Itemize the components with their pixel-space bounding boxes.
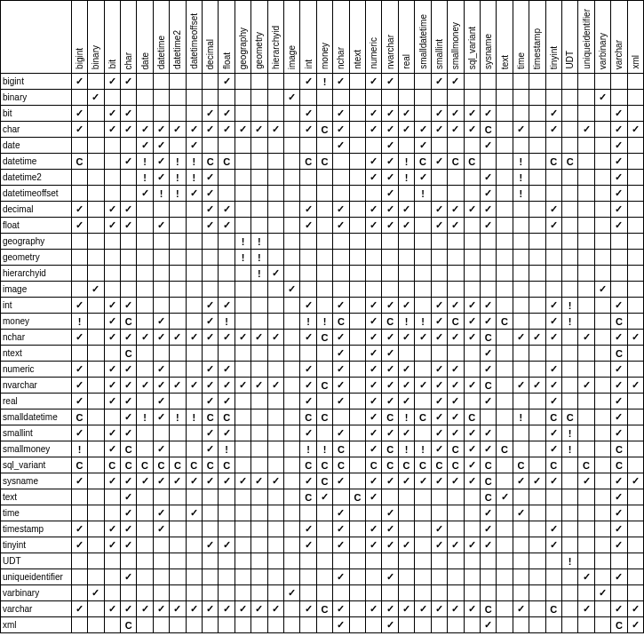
cell-money-bit: ✓ [104, 314, 120, 330]
cell-geography-date [137, 234, 153, 250]
cell-date-smallint [431, 138, 447, 154]
cell-decimal-money [316, 202, 332, 218]
cell-image-bit [104, 282, 120, 298]
cell-sysname-sysname: C [480, 473, 496, 489]
cell-xml-binary [88, 617, 104, 633]
cell-bigint-binary [88, 74, 104, 90]
cell-datetime-varchar: ✓ [611, 154, 627, 170]
cell-hierarchyid-decimal [203, 266, 219, 282]
cell-decimal-int: ✓ [300, 202, 316, 218]
cell-int-float: ✓ [219, 298, 235, 314]
cell-float-nchar: ✓ [333, 218, 349, 234]
col-header-decimal: decimal [203, 1, 219, 74]
cell-smallint-datetime [153, 425, 169, 441]
cell-float-sql_variant [464, 218, 480, 234]
cell-datetime-smallmoney: C [448, 154, 464, 170]
cell-smallint-varchar: ✓ [611, 425, 627, 441]
cell-nchar-int: ✓ [300, 330, 316, 346]
cell-int-geometry [251, 298, 267, 314]
cell-datetime2-smallint [431, 170, 447, 186]
cell-binary-geography [235, 90, 250, 106]
cell-varbinary-smallint [431, 585, 447, 601]
cell-char-smallint: ✓ [431, 122, 447, 138]
cell-varbinary-datetimeoffset [186, 585, 202, 601]
cell-datetime-xml [627, 154, 643, 170]
cell-numeric-smalldatetime [415, 362, 431, 378]
cell-geometry-nvarchar [382, 250, 398, 266]
cell-geometry-geography: ! [235, 250, 250, 266]
cell-int-image [284, 298, 300, 314]
cell-int-binary [88, 298, 104, 314]
cell-ntext-datetimeoffset [186, 346, 202, 362]
cell-smalldatetime-time: ! [513, 409, 529, 425]
row-header-text: text [1, 489, 72, 505]
cell-datetime2-char [120, 170, 136, 186]
cell-image-nvarchar [382, 282, 398, 298]
cell-numeric-sysname: ✓ [480, 362, 496, 378]
cell-date-xml [627, 138, 643, 154]
cell-datetime-smallint: ✓ [431, 154, 447, 170]
cell-char-decimal: ✓ [203, 122, 219, 138]
cell-decimal-timestamp [529, 202, 545, 218]
cell-smalldatetime-timestamp [529, 409, 545, 425]
cell-real-decimal: ✓ [203, 394, 219, 409]
cell-decimal-datetime [153, 202, 169, 218]
cell-smalldatetime-datetimeoffset: ! [186, 409, 202, 425]
cell-float-varchar: ✓ [611, 218, 627, 234]
cell-nchar-text [497, 330, 513, 346]
cell-varchar-float: ✓ [219, 601, 235, 617]
cell-char-datetimeoffset: ✓ [186, 122, 202, 138]
cell-smallint-geometry [251, 425, 267, 441]
cell-sysname-smalldatetime: ✓ [415, 473, 431, 489]
cell-sysname-hierarchyid: ✓ [267, 473, 283, 489]
cell-UDT-sysname [480, 553, 496, 569]
cell-time-geometry [251, 505, 267, 521]
cell-smalldatetime-tinyint: C [545, 409, 561, 425]
cell-xml-text [497, 617, 513, 633]
cell-float-bit: ✓ [104, 218, 120, 234]
cell-ntext-float [219, 346, 235, 362]
col-header-money: money [316, 1, 332, 74]
cell-datetimeoffset-uniqueidentifier [578, 186, 594, 202]
cell-geometry-real [398, 250, 414, 266]
cell-ntext-hierarchyid [267, 346, 283, 362]
col-header-nchar: nchar [333, 1, 349, 74]
cell-datetime2-bit [104, 170, 120, 186]
cell-geometry-smallint [431, 250, 447, 266]
cell-text-nchar [333, 489, 349, 505]
cell-float-time [513, 218, 529, 234]
cell-float-tinyint: ✓ [545, 218, 561, 234]
cell-nchar-time: ✓ [513, 330, 529, 346]
cell-smallint-date [137, 425, 153, 441]
cell-uniqueidentifier-nchar: ✓ [333, 569, 349, 585]
cell-binary-bigint [71, 90, 87, 106]
col-header-uniqueidentifier: uniqueidentifier [578, 1, 594, 74]
cell-time-nvarchar: ✓ [382, 505, 398, 521]
cell-UDT-varchar [611, 553, 627, 569]
cell-xml-geography [235, 617, 250, 633]
cell-bit-sql_variant: ✓ [464, 106, 480, 122]
cell-decimal-nvarchar: ✓ [382, 202, 398, 218]
cell-image-tinyint [545, 282, 561, 298]
cell-smallmoney-tinyint: ✓ [545, 441, 561, 457]
cell-bit-time [513, 106, 529, 122]
cell-varbinary-char [120, 585, 136, 601]
cell-smallmoney-datetime2 [170, 441, 186, 457]
cell-ntext-text [497, 346, 513, 362]
cell-sql_variant-timestamp [529, 457, 545, 473]
cell-binary-binary: ✓ [88, 90, 104, 106]
cell-varchar-bigint: ✓ [71, 601, 87, 617]
cell-time-datetime: ✓ [153, 505, 169, 521]
cell-smalldatetime-smallmoney: ✓ [448, 409, 464, 425]
cell-UDT-text [497, 553, 513, 569]
cell-geometry-money [316, 250, 332, 266]
cell-timestamp-money [316, 521, 332, 537]
cell-smalldatetime-smallint: ✓ [431, 409, 447, 425]
cell-bigint-varbinary [594, 74, 610, 90]
cell-nchar-nchar: ✓ [333, 330, 349, 346]
cell-time-sysname: ✓ [480, 505, 496, 521]
cell-bigint-xml [627, 74, 643, 90]
cell-decimal-geography [235, 202, 250, 218]
row-header-binary: binary [1, 90, 72, 106]
cell-timestamp-timestamp [529, 521, 545, 537]
